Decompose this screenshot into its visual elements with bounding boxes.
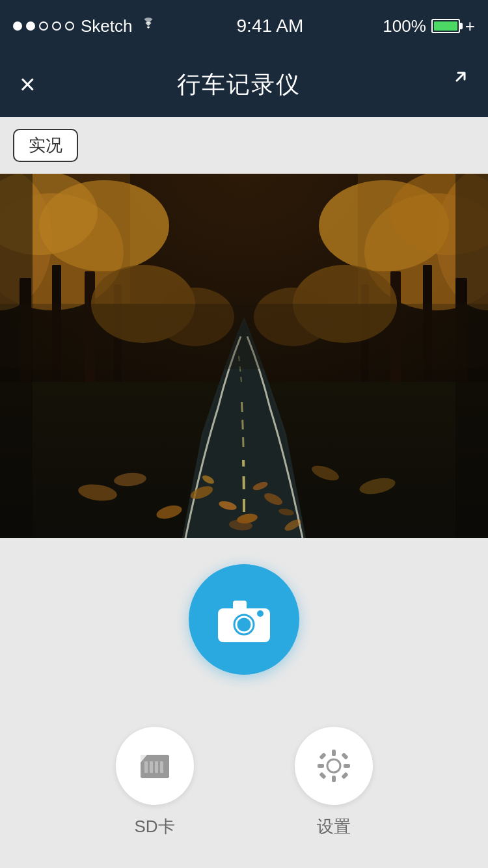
page-title: 行车记录仪	[177, 69, 301, 101]
svg-rect-56	[319, 752, 326, 759]
svg-point-45	[257, 610, 264, 617]
signal-dots	[13, 21, 74, 31]
svg-rect-52	[332, 750, 336, 756]
svg-rect-41	[0, 304, 488, 369]
battery-icon	[431, 19, 460, 33]
sd-card-item[interactable]: SD卡	[116, 727, 194, 838]
sd-card-label: SD卡	[134, 815, 174, 838]
live-section: 实况	[0, 117, 488, 174]
svg-rect-47	[144, 761, 148, 773]
bottom-icons-row: SD卡 设置	[0, 727, 488, 838]
signal-dot-3	[39, 21, 48, 31]
charging-icon: +	[465, 16, 475, 36]
signal-dot-1	[13, 21, 22, 31]
svg-rect-59	[341, 772, 348, 779]
settings-label: 设置	[317, 815, 351, 838]
svg-rect-57	[341, 752, 348, 759]
nav-bar: × 行车记录仪	[0, 52, 488, 117]
wifi-icon	[139, 17, 157, 35]
status-right: 100% +	[383, 16, 475, 36]
settings-circle	[295, 727, 373, 805]
close-button[interactable]: ×	[20, 71, 36, 98]
svg-rect-49	[155, 761, 158, 773]
status-time: 9:41 AM	[237, 16, 304, 36]
capture-button[interactable]	[189, 564, 299, 675]
carrier-name: Sketch	[81, 16, 133, 36]
expand-button[interactable]	[442, 69, 468, 100]
signal-dot-5	[65, 21, 74, 31]
settings-item[interactable]: 设置	[295, 727, 373, 838]
svg-rect-48	[150, 761, 153, 773]
svg-rect-53	[332, 776, 336, 782]
camera-view	[0, 174, 488, 538]
svg-point-51	[327, 759, 340, 772]
signal-dot-2	[26, 21, 35, 31]
svg-rect-55	[344, 764, 350, 768]
svg-rect-54	[318, 764, 324, 768]
signal-dot-4	[52, 21, 61, 31]
sd-card-circle	[116, 727, 194, 805]
status-bar: Sketch 9:41 AM 100% +	[0, 0, 488, 52]
live-badge[interactable]: 实况	[13, 129, 78, 162]
svg-line-0	[457, 74, 464, 81]
svg-rect-58	[319, 772, 326, 779]
status-left: Sketch	[13, 16, 157, 36]
battery-percent: 100%	[383, 16, 426, 36]
svg-rect-50	[160, 761, 163, 773]
controls-area: SD卡 设置	[0, 538, 488, 868]
